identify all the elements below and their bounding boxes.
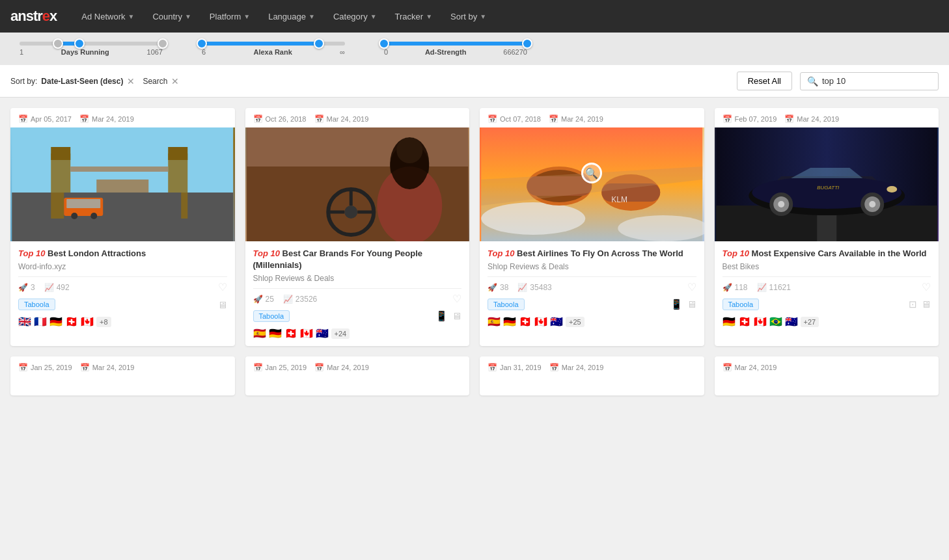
top10-label: Top 10 xyxy=(18,248,45,258)
flags-row: 🇬🇧 🇫🇷 🇩🇪 🇨🇭 🇨🇦 +8 xyxy=(18,315,227,328)
slider-track[interactable] xyxy=(202,42,345,46)
calendar-icon: 📅 xyxy=(79,114,89,124)
card-image[interactable] xyxy=(245,127,470,241)
days-running-slider[interactable]: 1 Days Running 1067 xyxy=(20,42,163,56)
date-start: Apr 05, 2017 xyxy=(31,115,72,123)
flags-row: 🇪🇸 🇩🇪 🇨🇭 🇨🇦 🇦🇺 +25 xyxy=(488,315,696,328)
heart-icon[interactable]: ♡ xyxy=(922,281,931,293)
partial-card-1[interactable]: 📅 Jan 25, 2019 📅 Mar 24, 2019 xyxy=(10,356,235,395)
trend-icon: 📈 xyxy=(283,295,293,304)
image-overlay xyxy=(10,127,235,241)
slider-track[interactable] xyxy=(20,42,163,46)
svg-point-26 xyxy=(481,202,585,235)
heart-icon[interactable]: ♡ xyxy=(218,281,227,293)
slider-thumb-end[interactable] xyxy=(158,38,168,49)
slider-min: 1 xyxy=(20,48,23,56)
ad-strength-slider[interactable]: 0 Ad-Strength 666270 xyxy=(384,42,527,56)
date-start: Mar 24, 2019 xyxy=(735,364,777,371)
flag-es: 🇪🇸 xyxy=(253,327,266,340)
date-start: Jan 31, 2019 xyxy=(500,364,542,371)
slider-thumb-right[interactable] xyxy=(74,38,85,49)
heart-icon[interactable]: ♡ xyxy=(452,293,461,305)
search-filter-clear[interactable]: ✕ xyxy=(171,76,179,87)
nav-platform-label: Platform xyxy=(210,12,241,21)
date-start: Jan 25, 2019 xyxy=(266,364,307,371)
flag-de: 🇩🇪 xyxy=(269,327,282,340)
ad-card-1[interactable]: 📅 Apr 05, 2017 📅 Mar 24, 2019 xyxy=(10,108,235,346)
nav-country[interactable]: Country ▼ xyxy=(146,8,197,25)
card-image[interactable] xyxy=(10,127,235,241)
date-end: Mar 24, 2019 xyxy=(561,115,603,123)
ad-card-2[interactable]: 📅 Oct 26, 2018 📅 Mar 24, 2019 xyxy=(245,108,470,346)
more-flags[interactable]: +8 xyxy=(96,317,111,327)
slider-thumb-left[interactable] xyxy=(379,38,389,49)
more-flags[interactable]: +25 xyxy=(566,317,585,327)
card-title: Top 10 Most Expensive Cars Available in … xyxy=(722,248,931,260)
reset-all-button[interactable]: Reset All xyxy=(737,72,792,90)
more-flags[interactable]: +27 xyxy=(801,317,819,327)
partial-card-4[interactable]: 📅 Mar 24, 2019 xyxy=(715,356,939,395)
nav-language[interactable]: Language ▼ xyxy=(262,8,322,25)
ad-card-4[interactable]: 📅 Feb 07, 2019 📅 Mar 24, 2019 xyxy=(715,108,939,346)
card-body: Top 10 Best Airlines To Fly On Across Th… xyxy=(480,241,704,334)
sort-value: Date-Last-Seen (desc) xyxy=(41,77,123,86)
partial-card-3[interactable]: 📅 Jan 31, 2019 📅 Mar 24, 2019 xyxy=(480,356,704,395)
slider-thumb-left[interactable] xyxy=(53,38,63,49)
search-icon: 🔍 xyxy=(807,76,818,87)
nav-tracker[interactable]: Tracker ▼ xyxy=(389,8,439,25)
image-overlay xyxy=(245,127,470,241)
slider-thumb-right[interactable] xyxy=(314,38,324,49)
calendar-icon: 📅 xyxy=(722,114,732,124)
date-end: Mar 24, 2019 xyxy=(92,364,135,371)
card-body: Top 10 Most Expensive Cars Available in … xyxy=(715,241,939,334)
card-badges: Taboola 📱 🖥 xyxy=(488,299,696,310)
flag-ch: 🇨🇭 xyxy=(65,315,78,328)
card-image[interactable]: KLM 🔍 xyxy=(480,127,704,241)
slider-min: 6 xyxy=(202,48,206,56)
card-source: Word-info.xyz xyxy=(18,262,227,271)
network-badge: Taboola xyxy=(488,299,525,310)
rocket-icon: 🚀 xyxy=(488,283,497,292)
heart-icon[interactable]: ♡ xyxy=(687,281,696,293)
svg-text:BUGATTI: BUGATTI xyxy=(817,185,840,191)
more-flags[interactable]: +24 xyxy=(331,328,350,339)
card-image[interactable]: BUGATTI xyxy=(715,127,939,241)
nav-category[interactable]: Category ▼ xyxy=(327,8,383,25)
nav-platform[interactable]: Platform ▼ xyxy=(203,8,256,25)
desktop-icon: 🖥 xyxy=(687,299,696,310)
card-dates: 📅 Jan 25, 2019 📅 Mar 24, 2019 xyxy=(245,356,470,376)
flag-de: 🇩🇪 xyxy=(722,315,736,328)
svg-point-17 xyxy=(344,206,357,219)
calendar-icon: 📅 xyxy=(549,114,558,124)
slider-thumb-left[interactable] xyxy=(197,38,207,49)
ad-card-3[interactable]: 📅 Oct 07, 2018 📅 Mar 24, 2019 xyxy=(480,108,704,346)
slider-label: Ad-Strength xyxy=(425,48,467,56)
calendar-icon: 📅 xyxy=(18,114,28,124)
flag-ch: 🇨🇭 xyxy=(738,315,751,328)
flag-de: 🇩🇪 xyxy=(49,315,62,328)
partial-card-2[interactable]: 📅 Jan 25, 2019 📅 Mar 24, 2019 xyxy=(245,356,470,395)
slider-track[interactable] xyxy=(384,42,527,46)
nav-ad-network[interactable]: Ad Network ▼ xyxy=(75,8,141,25)
network-badge: Taboola xyxy=(722,299,760,310)
search-box[interactable]: 🔍 xyxy=(800,72,939,90)
nav-sort-by[interactable]: Sort by ▼ xyxy=(444,8,493,25)
alexa-rank-slider[interactable]: 6 Alexa Rank ∞ xyxy=(202,42,345,56)
calendar-icon: 📅 xyxy=(488,114,497,124)
card-title: Top 10 Best Car Brands For Young People … xyxy=(253,248,462,271)
svg-point-44 xyxy=(778,201,784,207)
logo[interactable]: anstrex xyxy=(10,8,57,25)
date-start: Jan 25, 2019 xyxy=(31,364,72,371)
flags-row: 🇪🇸 🇩🇪 🇨🇭 🇨🇦 🇦🇺 +24 xyxy=(253,327,462,340)
sort-filter-clear[interactable]: ✕ xyxy=(127,76,135,87)
search-input[interactable] xyxy=(822,76,931,86)
flag-fr: 🇫🇷 xyxy=(34,315,47,328)
slider-thumb-right[interactable] xyxy=(522,38,532,49)
card-body: Top 10 Best London Attractions Word-info… xyxy=(10,241,235,334)
calendar-icon: 📅 xyxy=(314,114,324,124)
desktop-icon: 🖥 xyxy=(921,299,931,310)
device-icons: 🖥 xyxy=(217,299,227,310)
flag-es: 🇪🇸 xyxy=(488,315,501,328)
date-start: Oct 26, 2018 xyxy=(266,115,307,123)
nav-country-label: Country xyxy=(152,12,182,21)
